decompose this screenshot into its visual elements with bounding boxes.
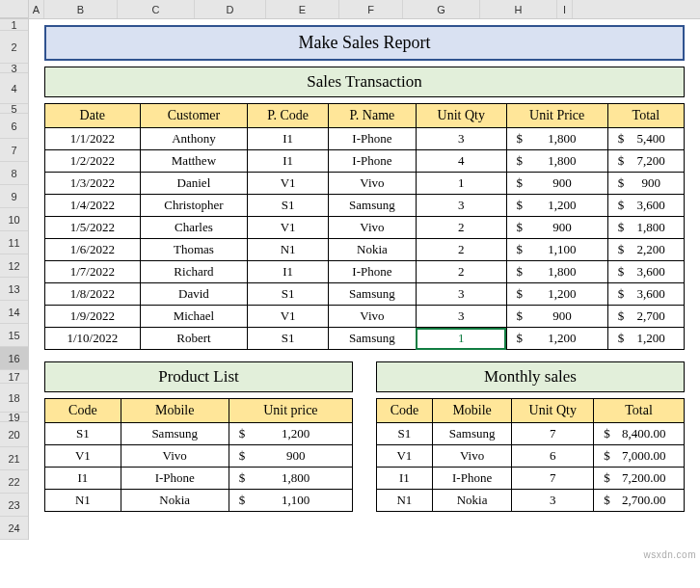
cell-qty[interactable]: 2: [416, 261, 506, 283]
cell-qty[interactable]: 3: [416, 195, 506, 217]
cell-total[interactable]: $3,600: [607, 283, 684, 306]
row-header[interactable]: 10: [0, 208, 28, 231]
cell-pcode[interactable]: I1: [248, 261, 329, 283]
cell-mobile[interactable]: I-Phone: [121, 468, 229, 490]
cell-qty[interactable]: 2: [416, 217, 506, 239]
cell-date[interactable]: 1/8/2022: [45, 283, 141, 306]
table-row[interactable]: 1/3/2022DanielV1Vivo1$900$900: [45, 173, 685, 195]
cell-pcode[interactable]: S1: [248, 283, 329, 306]
cell-date[interactable]: 1/6/2022: [45, 239, 141, 261]
col-header[interactable]: G: [403, 0, 480, 18]
table-row[interactable]: 1/8/2022DavidS1Samsung3$1,200$3,600: [45, 283, 685, 306]
row-header[interactable]: 12: [0, 254, 28, 278]
cell-pname[interactable]: Vivo: [328, 217, 416, 239]
worksheet-area[interactable]: Make Sales Report Sales Transaction Date…: [29, 19, 700, 540]
table-row[interactable]: N1Nokia$1,100: [45, 490, 353, 512]
cell-price[interactable]: $1,800: [229, 468, 352, 490]
cell-customer[interactable]: Richard: [140, 261, 248, 283]
cell-customer[interactable]: Matthew: [140, 150, 248, 173]
row-header[interactable]: 13: [0, 278, 28, 301]
cell-pname[interactable]: Vivo: [328, 173, 416, 195]
cell-qty[interactable]: 6: [512, 445, 594, 468]
cell-pname[interactable]: I-Phone: [328, 150, 416, 173]
cell-mobile[interactable]: Vivo: [432, 445, 511, 468]
table-row[interactable]: S1Samsung$1,200: [45, 423, 353, 445]
cell-total[interactable]: $1,800: [607, 217, 684, 239]
cell-price[interactable]: $1,200: [506, 328, 607, 350]
cell-mobile[interactable]: Samsung: [432, 423, 511, 445]
table-row[interactable]: 1/2/2022MatthewI1I-Phone4$1,800$7,200: [45, 150, 685, 173]
cell-qty[interactable]: 7: [512, 423, 594, 445]
cell-pname[interactable]: I-Phone: [328, 261, 416, 283]
row-header[interactable]: 17: [0, 370, 28, 384]
cell-total[interactable]: $7,200.00: [594, 468, 685, 490]
row-header[interactable]: 7: [0, 139, 28, 162]
cell-pcode[interactable]: I1: [248, 150, 329, 173]
cell-code[interactable]: V1: [377, 445, 433, 468]
cell-qty[interactable]: 2: [416, 239, 506, 261]
cell-customer[interactable]: David: [140, 283, 248, 306]
cell-qty[interactable]: 1: [416, 328, 506, 350]
row-header[interactable]: 18: [0, 384, 28, 413]
table-row[interactable]: 1/9/2022MichaelV1Vivo3$900$2,700: [45, 306, 685, 328]
table-row[interactable]: V1Vivo$900: [45, 445, 353, 468]
cell-date[interactable]: 1/9/2022: [45, 306, 141, 328]
cell-customer[interactable]: Charles: [140, 217, 248, 239]
cell-price[interactable]: $1,800: [506, 150, 607, 173]
cell-customer[interactable]: Robert: [140, 328, 248, 350]
cell-total[interactable]: $1,200: [607, 328, 684, 350]
cell-price[interactable]: $1,200: [506, 283, 607, 306]
cell-price[interactable]: $1,100: [506, 239, 607, 261]
cell-pname[interactable]: Samsung: [328, 195, 416, 217]
col-header[interactable]: B: [44, 0, 118, 18]
table-row[interactable]: 1/4/2022ChristopherS1Samsung3$1,200$3,60…: [45, 195, 685, 217]
cell-customer[interactable]: Daniel: [140, 173, 248, 195]
cell-pcode[interactable]: S1: [248, 328, 329, 350]
row-header[interactable]: 9: [0, 185, 28, 208]
row-header[interactable]: 20: [0, 422, 28, 447]
cell-pname[interactable]: Samsung: [328, 283, 416, 306]
cell-code[interactable]: N1: [45, 490, 121, 512]
cell-date[interactable]: 1/5/2022: [45, 217, 141, 239]
row-header[interactable]: 6: [0, 114, 28, 139]
select-all-corner[interactable]: [0, 0, 29, 18]
cell-total[interactable]: $3,600: [607, 195, 684, 217]
row-header[interactable]: 2: [0, 31, 28, 64]
cell-total[interactable]: $5,400: [607, 128, 684, 150]
row-header[interactable]: 4: [0, 73, 28, 104]
cell-customer[interactable]: Christopher: [140, 195, 248, 217]
cell-date[interactable]: 1/4/2022: [45, 195, 141, 217]
cell-code[interactable]: N1: [377, 490, 433, 512]
table-row[interactable]: I1I-Phone7$7,200.00: [377, 468, 685, 490]
cell-customer[interactable]: Michael: [140, 306, 248, 328]
row-header[interactable]: 24: [0, 517, 28, 540]
cell-price[interactable]: $900: [229, 445, 352, 468]
cell-pcode[interactable]: V1: [248, 306, 329, 328]
cell-total[interactable]: $7,000.00: [594, 445, 685, 468]
cell-date[interactable]: 1/2/2022: [45, 150, 141, 173]
cell-total[interactable]: $2,700.00: [594, 490, 685, 512]
cell-total[interactable]: $900: [607, 173, 684, 195]
row-header[interactable]: 1: [0, 19, 28, 31]
table-row[interactable]: I1I-Phone$1,800: [45, 468, 353, 490]
cell-code[interactable]: S1: [377, 423, 433, 445]
cell-pcode[interactable]: S1: [248, 195, 329, 217]
row-header[interactable]: 3: [0, 64, 28, 73]
cell-pcode[interactable]: I1: [248, 128, 329, 150]
col-header[interactable]: A: [29, 0, 44, 18]
cell-price[interactable]: $1,200: [506, 195, 607, 217]
cell-customer[interactable]: Anthony: [140, 128, 248, 150]
cell-price[interactable]: $1,800: [506, 261, 607, 283]
row-header[interactable]: 11: [0, 231, 28, 254]
cell-price[interactable]: $1,800: [506, 128, 607, 150]
cell-date[interactable]: 1/10/2022: [45, 328, 141, 350]
cell-mobile[interactable]: Nokia: [432, 490, 511, 512]
row-header[interactable]: 8: [0, 162, 28, 185]
row-header[interactable]: 21: [0, 447, 28, 470]
col-header[interactable]: D: [195, 0, 266, 18]
col-header[interactable]: C: [118, 0, 195, 18]
cell-qty[interactable]: 7: [512, 468, 594, 490]
cell-total[interactable]: $3,600: [607, 261, 684, 283]
cell-mobile[interactable]: Samsung: [121, 423, 229, 445]
cell-price[interactable]: $900: [506, 217, 607, 239]
